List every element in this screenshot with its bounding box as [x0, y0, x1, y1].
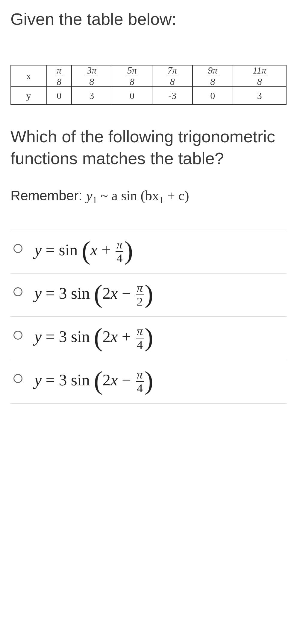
question-text: Which of the following trigonometric fun…: [10, 126, 287, 170]
option-d[interactable]: y = 3 sin (2x − π4): [10, 360, 287, 403]
table-row-x: x π8 3π8 5π8 7π8 9π8 11π8: [11, 65, 286, 87]
radio-icon[interactable]: [13, 374, 22, 383]
radio-icon[interactable]: [13, 244, 22, 253]
row-label-x: x: [11, 65, 47, 87]
x-cell: π8: [47, 65, 72, 87]
y-cell: 0: [193, 87, 233, 105]
x-cell: 11π8: [233, 65, 286, 87]
radio-icon[interactable]: [13, 331, 22, 340]
options-list: y = sin (x + π4) y = 3 sin (2x − π2) y =…: [10, 230, 287, 404]
y-cell: 3: [72, 87, 112, 105]
option-b-content: y = 3 sin (2x − π2): [34, 282, 153, 308]
x-cell: 9π8: [193, 65, 233, 87]
heading-intro: Given the table below:: [10, 9, 287, 29]
x-cell: 5π8: [112, 65, 152, 87]
y-cell: 0: [47, 87, 72, 105]
option-a[interactable]: y = sin (x + π4): [10, 230, 287, 274]
y-cell: 0: [112, 87, 152, 105]
option-c-content: y = 3 sin (2x + π4): [34, 325, 153, 351]
option-d-content: y = 3 sin (2x − π4): [34, 369, 153, 395]
row-label-y: y: [11, 87, 47, 105]
remember-hint: Remember: y1 ~ a sin (bx1 + c): [10, 187, 287, 206]
option-a-content: y = sin (x + π4): [34, 239, 133, 265]
data-table: x π8 3π8 5π8 7π8 9π8 11π8 y 0 3 0 -3 0 3: [10, 65, 287, 105]
y-cell: 3: [233, 87, 286, 105]
radio-icon[interactable]: [13, 287, 22, 296]
option-c[interactable]: y = 3 sin (2x + π4): [10, 317, 287, 360]
table-row-y: y 0 3 0 -3 0 3: [11, 87, 286, 105]
x-cell: 7π8: [152, 65, 193, 87]
x-cell: 3π8: [72, 65, 112, 87]
y-cell: -3: [152, 87, 193, 105]
option-b[interactable]: y = 3 sin (2x − π2): [10, 274, 287, 317]
